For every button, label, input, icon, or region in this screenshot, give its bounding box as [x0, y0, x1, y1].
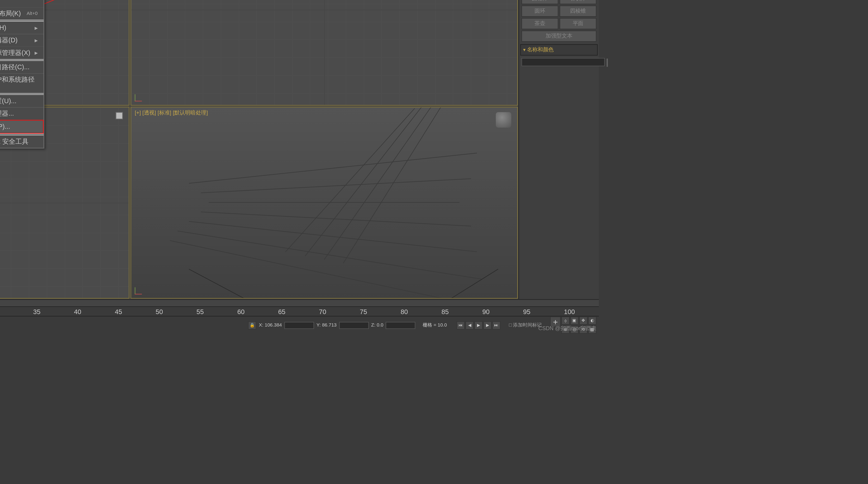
menu-separator: [0, 134, 44, 135]
menu-separator: [0, 94, 44, 94]
prev-frame-button[interactable]: ◀: [465, 321, 474, 329]
time-slider[interactable]: 0 / 100: [0, 300, 599, 307]
object-type-button[interactable]: 管状体: [560, 0, 596, 4]
tick: 70: [319, 308, 326, 315]
tick: 95: [523, 308, 530, 315]
object-type-button[interactable]: 四棱锥: [560, 5, 596, 17]
menu-item[interactable]: 配置项目路径(C)...: [0, 61, 44, 73]
object-type-button[interactable]: 加强型文本: [521, 31, 596, 42]
tick: 90: [482, 308, 490, 315]
viewport-label[interactable]: [+] [透视] [标准] [默认明暗处理]: [135, 109, 208, 117]
tick: 85: [441, 308, 449, 315]
grid: [131, 0, 517, 105]
tick: 65: [278, 308, 285, 315]
menu-item[interactable]: 还原为启动 UI 布局(R): [0, 0, 44, 7]
submenu-arrow-icon: ▶: [35, 25, 37, 30]
menu-item[interactable]: 显示资源管理器(X)▶: [0, 47, 44, 59]
axis-icon: [135, 92, 144, 101]
menu-separator: [0, 60, 44, 60]
menu-separator: [0, 20, 44, 21]
goto-start-button[interactable]: ⏮: [456, 321, 465, 329]
object-type-button[interactable]: 平面: [560, 18, 596, 29]
viewport-perspective[interactable]: [+] [透视] [标准] [默认明暗处理]: [130, 107, 518, 299]
play-button[interactable]: ▶: [474, 321, 483, 329]
lock-icon[interactable]: 🔒: [248, 321, 257, 329]
tick: 40: [74, 308, 81, 315]
command-panel: 标准基本体 对象类型 □ 自动栅格 长方体圆锥体球体几何球体圆柱体管状体圆环四棱…: [518, 0, 599, 299]
tick: 50: [156, 308, 163, 315]
playback-controls: ⏮ ◀ ▶ ▶ ⏭: [456, 321, 500, 329]
menu-item[interactable]: 锁定 UI 布局(K)Alt+0: [0, 7, 44, 20]
y-field[interactable]: [339, 322, 369, 329]
menu-item-label: 3ds Max 安全工具: [0, 137, 29, 146]
menu-item-label: 单位设置(U)...: [0, 97, 17, 105]
object-buttons: 长方体圆锥体球体几何球体圆柱体管状体圆环四棱锥茶壶平面加强型文本: [520, 0, 598, 43]
tick: 35: [33, 308, 40, 315]
nav-btn[interactable]: ✥: [579, 316, 588, 325]
nav-btn[interactable]: ◐: [588, 316, 596, 325]
viewport-front[interactable]: [+] [前] [标准] [线框]: [130, 0, 518, 106]
next-frame-button[interactable]: ▶: [483, 321, 492, 329]
axis-icon: [135, 285, 144, 294]
submenu-arrow-icon: ▶: [35, 51, 37, 55]
y-label: Y: 86.713: [316, 323, 337, 328]
tick: 100: [564, 308, 575, 315]
goto-end-button[interactable]: ⏭: [492, 321, 500, 329]
menu-item[interactable]: 显示 UI(H)▶: [0, 22, 44, 34]
tick: 45: [115, 308, 122, 315]
shortcut: Alt+0: [27, 11, 38, 16]
menu-item[interactable]: 显示编辑器(D)▶: [0, 34, 44, 47]
menu-item-label: 显示资源管理器(X): [0, 49, 30, 57]
submenu-arrow-icon: ▶: [35, 38, 37, 43]
nav-btn[interactable]: ▣: [570, 316, 579, 325]
menu-item-label: 还原为启动 UI 布局(R): [0, 0, 37, 5]
watermark: CSDN @卯酉mor卯酉未: [538, 325, 596, 333]
z-field[interactable]: [386, 322, 416, 329]
menu-item[interactable]: 单位设置(U)...: [0, 95, 44, 107]
object-type-button[interactable]: 圆柱体: [521, 0, 558, 4]
status-bar: MAXScript 迷... 未选定任何对象 单击或单击并拖动以选择对象 🔒 X…: [0, 316, 599, 334]
x-label: X: 106.384: [259, 323, 282, 328]
menu-item[interactable]: 配置用户和系统路径(C)...: [0, 73, 44, 93]
x-field[interactable]: [284, 322, 314, 329]
viewports: [+] [顶] [标准] [线框] [+] [前] [标准] [线框] [+] …: [0, 0, 518, 299]
rollout-header-namecolor[interactable]: 名称和颜色: [520, 44, 598, 55]
menu-item[interactable]: 首选项(P)...: [0, 120, 44, 134]
time-ruler: 0510152025303540455055606570758085909510…: [0, 307, 599, 316]
menu-item-label: 显示 UI(H): [0, 23, 6, 32]
menu-item-label: 插件管理器...: [0, 109, 14, 118]
menu-item-label: 配置用户和系统路径(C)...: [0, 75, 37, 91]
viewcube-icon[interactable]: [116, 112, 123, 119]
autokey-label[interactable]: □ 添加时间标记: [509, 322, 542, 328]
color-swatch[interactable]: [607, 59, 608, 67]
object-type-button[interactable]: 茶壶: [521, 18, 558, 29]
menu-item-label: 首选项(P)...: [0, 122, 10, 131]
timeline[interactable]: 0 / 100 05101520253035404550556065707580…: [0, 299, 599, 316]
tick: 80: [401, 308, 408, 315]
viewcube-icon[interactable]: [496, 112, 511, 128]
menu-item-label: 配置项目路径(C)...: [0, 63, 30, 71]
menu-item-label: 显示编辑器(D): [0, 36, 18, 44]
persp-grid: [131, 107, 517, 298]
menu-item-label: 锁定 UI 布局(K): [0, 9, 21, 18]
tick: 75: [360, 308, 367, 315]
object-type-button[interactable]: 圆环: [521, 5, 558, 17]
nav-btn[interactable]: ◊: [561, 316, 570, 325]
name-field[interactable]: [521, 58, 605, 66]
tick: 60: [237, 308, 245, 315]
menu-item[interactable]: 插件管理器...: [0, 107, 44, 120]
menu-item[interactable]: 3ds Max 安全工具: [0, 135, 44, 148]
grid-label: 栅格 = 10.0: [423, 322, 447, 328]
tick: 55: [196, 308, 204, 315]
customize-menu: 自定义 ✕ 自定义用户界面(C)...更多: 热键编辑集...加载自定义用户界面…: [0, 0, 44, 148]
z-label: Z: 0.0: [371, 323, 383, 328]
